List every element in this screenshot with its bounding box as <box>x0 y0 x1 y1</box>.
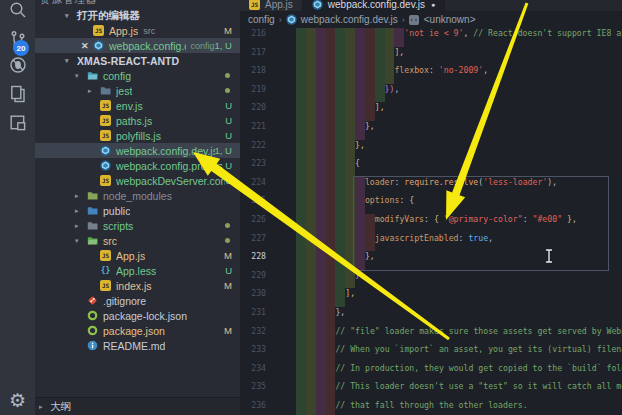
activity-search-button[interactable] <box>0 0 35 23</box>
code-line-235[interactable]: 235// This loader doesn't use a "test" s… <box>240 381 622 400</box>
code-line-236[interactable]: 236// that fall through the other loader… <box>240 400 622 415</box>
tree-item-paths.js[interactable]: JSpaths.jsU <box>35 113 240 128</box>
code-line-234[interactable]: 234// In production, they would get copi… <box>240 363 622 382</box>
indent-guide <box>335 270 345 289</box>
code-line-227[interactable]: 227javascriptEnabled: true, <box>240 233 622 252</box>
tab-webpack.config.dev.js[interactable]: webpack.config.dev.js● <box>303 0 445 11</box>
indent-guide <box>306 363 316 382</box>
tab-App.js[interactable]: JSApp.js <box>240 0 303 11</box>
folder-open-icon <box>87 235 98 246</box>
breadcrumb-item-config[interactable]: config <box>248 14 275 25</box>
tree-item-package.json[interactable]: package.jsonM <box>35 323 240 338</box>
indent-guide <box>365 214 375 233</box>
git-status-badge: U <box>225 175 232 186</box>
tree-item-webpack.config.dev.js[interactable]: webpack.config.dev.js1, U <box>35 143 240 158</box>
code-line-228[interactable]: 228}, <box>240 251 622 270</box>
tree-item-node_modules[interactable]: ▸node_modules <box>35 188 240 203</box>
chevron-icon[interactable]: ▸ <box>88 87 100 95</box>
indent-guide <box>355 251 365 270</box>
indent-guide <box>316 84 326 103</box>
indent-guide <box>306 121 316 140</box>
line-number: 223 <box>240 158 272 177</box>
npm-file-icon <box>87 310 98 321</box>
tree-item-src[interactable]: ▾src <box>35 233 240 248</box>
indent-guide <box>326 195 336 214</box>
webpack-icon <box>100 145 111 156</box>
breadcrumb-item-webpack.config.dev.js[interactable]: webpack.config.dev.js <box>286 14 398 25</box>
tree-item-index.js[interactable]: JSindex.jsM <box>35 278 240 293</box>
tree-item-public[interactable]: ▸public <box>35 203 240 218</box>
indent-guide <box>345 28 355 47</box>
activity-debug-button[interactable] <box>0 52 35 78</box>
tree-item-App.js[interactable]: JSApp.jsM <box>35 248 240 263</box>
activity-files-button[interactable] <box>0 81 35 107</box>
git-status-badge: U <box>225 100 232 111</box>
indent-guide <box>306 344 316 363</box>
line-number: 232 <box>240 326 272 345</box>
code-line-224[interactable]: 224loader: require.resolve('less-loader'… <box>240 177 622 196</box>
chevron-icon[interactable]: ▾ <box>75 72 87 80</box>
open-editors-header[interactable]: ▾打开的编辑器 <box>35 8 240 23</box>
code-line-226[interactable]: 226modifyVars: { "@primary-color": "#e00… <box>240 214 622 233</box>
code-line-233[interactable]: 233// When you `import` an asset, you ge… <box>240 344 622 363</box>
close-icon[interactable]: ✕ <box>81 41 93 51</box>
tree-item-env.js[interactable]: JSenv.jsU <box>35 98 240 113</box>
settings-gear-icon[interactable]: ⚙ <box>0 389 35 412</box>
code-line-218[interactable]: 218flexbox: 'no-2009', <box>240 65 622 84</box>
chevron-icon[interactable]: ▸ <box>75 207 87 215</box>
info-file-icon <box>87 340 98 351</box>
breadcrumb: config›webpack.config.dev.js›‹›<unknown> <box>240 11 622 28</box>
activity-extensions-button[interactable] <box>0 110 35 136</box>
tree-item-polyfills.js[interactable]: JSpolyfills.jsU <box>35 128 240 143</box>
code-line-217[interactable]: 217], <box>240 47 622 66</box>
indent-guide <box>316 214 326 233</box>
tree-item-config[interactable]: ▾config <box>35 68 240 83</box>
code-line-232[interactable]: 232// "file" loader makes sure those ass… <box>240 326 622 345</box>
indent-guide <box>326 381 336 400</box>
indent-guide <box>385 28 395 47</box>
code-line-223[interactable]: 223{ <box>240 158 622 177</box>
code-line-221[interactable]: 221}, <box>240 121 622 140</box>
tree-item-App.less[interactable]: {}App.lessU <box>35 263 240 278</box>
code-line-219[interactable]: 219}), <box>240 84 622 103</box>
line-number: 216 <box>240 28 272 47</box>
breadcrumb-item-<unknown>[interactable]: ‹›<unknown> <box>409 14 476 25</box>
indent-guide <box>296 307 306 326</box>
indent-guide <box>306 65 316 84</box>
code-line-222[interactable]: 222}, <box>240 140 622 159</box>
code-line-225[interactable]: 225options: { <box>240 195 622 214</box>
indent-guide <box>316 28 326 47</box>
dirty-indicator[interactable]: ● <box>431 1 435 8</box>
tree-item-scripts[interactable]: ▸scripts <box>35 218 240 233</box>
tree-item-.gitignore[interactable]: .gitignore <box>35 293 240 308</box>
tree-item-webpack.config.prod.js[interactable]: webpack.config.prod.jsU <box>35 158 240 173</box>
code-line-230[interactable]: 230], <box>240 288 622 307</box>
indent-guide <box>326 233 336 252</box>
outline-section-header[interactable]: ▸ 大纲 <box>35 397 240 415</box>
open-editor-App.js[interactable]: JSApp.jssrcM <box>35 23 240 38</box>
indent-guide <box>306 158 316 177</box>
indent-guide <box>306 251 316 270</box>
code-line-216[interactable]: 216'not ie < 9', // React doesn't suppor… <box>240 28 622 47</box>
indent-guide <box>296 363 306 382</box>
tree-item-jest[interactable]: ▸jest <box>35 83 240 98</box>
git-status-badge: M <box>224 325 232 336</box>
indent-guide <box>326 158 336 177</box>
open-editor-webpack.config.dev.js[interactable]: ✕webpack.config.dev.jsconfig1, U <box>35 38 240 53</box>
code-line-220[interactable]: 220], <box>240 102 622 121</box>
workspace-root-header[interactable]: ▾XMAS-REACT-ANTD <box>35 53 240 68</box>
chevron-icon[interactable]: ▸ <box>75 192 87 200</box>
indent-guide <box>306 47 316 66</box>
code-line-231[interactable]: 231}, <box>240 307 622 326</box>
chevron-icon[interactable]: ▸ <box>75 222 87 230</box>
indent-guide <box>306 288 316 307</box>
folder-open-icon <box>87 70 98 81</box>
indent-guide <box>296 233 306 252</box>
code-line-229[interactable]: 229}, <box>240 270 622 289</box>
tree-item-README.md[interactable]: README.md <box>35 338 240 353</box>
chevron-icon[interactable]: ▾ <box>75 237 87 245</box>
line-number: 233 <box>240 344 272 363</box>
indent-guide <box>306 326 316 345</box>
tree-item-webpackDevServer.config.js[interactable]: JSwebpackDevServer.config.jsU <box>35 173 240 188</box>
tree-item-package-lock.json[interactable]: package-lock.json <box>35 308 240 323</box>
